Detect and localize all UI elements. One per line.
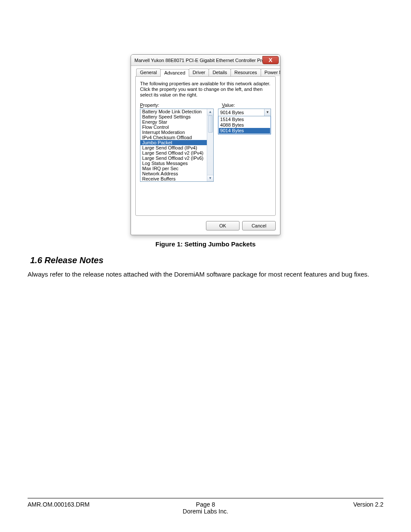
tab-power-management[interactable]: Power Management [261, 68, 280, 76]
property-item[interactable]: Interrupt Moderation [140, 130, 207, 135]
property-item[interactable]: Flow Control [140, 124, 207, 130]
tab-driver[interactable]: Driver [189, 68, 209, 76]
ok-button[interactable]: OK [206, 221, 240, 230]
dialog-body: General Advanced Driver Details Resource… [131, 66, 280, 218]
property-listbox[interactable]: Battery Mode Link Detection Battery Spee… [140, 109, 214, 182]
chevron-up-icon: ▲ [209, 110, 212, 114]
document-page: Marvell Yukon 88E8071 PCI-E Gigabit Ethe… [0, 0, 411, 532]
advanced-description: The following properties are available f… [140, 81, 271, 98]
tab-advanced[interactable]: Advanced [160, 69, 189, 77]
property-item[interactable]: Log Status Messages [140, 161, 207, 166]
property-item[interactable]: Network Address [140, 171, 207, 176]
tab-general[interactable]: General [136, 68, 161, 76]
dialog-button-row: OK Cancel [131, 218, 280, 235]
cancel-button[interactable]: Cancel [242, 221, 276, 230]
footer-company: Doremi Labs Inc. [183, 508, 228, 515]
page-content: Marvell Yukon 88E8071 PCI-E Gigabit Ethe… [28, 24, 383, 498]
value-label: Value: [222, 103, 235, 108]
figure-caption: Figure 1: Setting Jumbo Packets [28, 240, 383, 248]
value-option[interactable]: 1514 Bytes [219, 117, 270, 122]
dialog-title: Marvell Yukon 88E8071 PCI-E Gigabit Ethe… [134, 58, 262, 63]
property-item[interactable]: Battery Mode Link Detection [140, 109, 207, 114]
property-item[interactable]: Large Send Offload v2 (IPv6) [140, 156, 207, 161]
chevron-down-icon: ▼ [266, 110, 269, 114]
value-combo[interactable]: 9014 Bytes ▼ [218, 109, 271, 116]
tab-details[interactable]: Details [209, 68, 231, 76]
dialog-titlebar[interactable]: Marvell Yukon 88E8071 PCI-E Gigabit Ethe… [131, 55, 280, 66]
body-paragraph: Always refer to the release notes attach… [28, 268, 383, 281]
tab-strip: General Advanced Driver Details Resource… [135, 68, 276, 76]
property-item-selected[interactable]: Jumbo Packet [140, 140, 207, 145]
footer-rule [28, 498, 383, 498]
property-label: Property: [140, 103, 218, 108]
value-combo-button[interactable]: ▼ [264, 109, 271, 116]
properties-dialog: Marvell Yukon 88E8071 PCI-E Gigabit Ethe… [131, 54, 280, 235]
field-labels-row: Property: Value: [140, 103, 271, 108]
property-item[interactable]: Max IRQ per Sec [140, 166, 207, 171]
property-item[interactable]: IPv4 Checksum Offload [140, 135, 207, 140]
value-option-selected[interactable]: 9014 Bytes [219, 128, 270, 134]
scroll-down-button[interactable]: ▼ [207, 175, 213, 181]
footer-left: AMR.OM.000163.DRM [28, 501, 183, 508]
footer-page-number: Page 8 [183, 501, 228, 508]
listbox-scrollbar[interactable]: ▲ ▼ [207, 109, 213, 181]
value-option[interactable]: 4088 Bytes [219, 122, 270, 128]
property-item[interactable]: Large Send Offload (IPv4) [140, 145, 207, 150]
tab-panel-advanced: The following properties are available f… [135, 76, 276, 216]
footer-right: Version 2.2 [228, 501, 383, 508]
value-column: 9014 Bytes ▼ 1514 Bytes 4088 Bytes 9014 … [218, 109, 271, 182]
close-icon: X [268, 57, 272, 63]
scroll-up-button[interactable]: ▲ [207, 109, 213, 115]
tab-resources[interactable]: Resources [230, 68, 261, 76]
property-item[interactable]: Large Send Offload v2 (IPv4) [140, 150, 207, 156]
value-combo-text: 9014 Bytes [218, 109, 264, 116]
footer-center: Page 8 Doremi Labs Inc. [183, 501, 228, 515]
section-heading: 1.6 Release Notes [30, 255, 383, 265]
dialog-close-button[interactable]: X [262, 56, 279, 64]
dialog-container: Marvell Yukon 88E8071 PCI-E Gigabit Ethe… [131, 54, 280, 235]
chevron-down-icon: ▼ [209, 176, 212, 180]
property-item[interactable]: Energy Star [140, 119, 207, 124]
property-item[interactable]: Battery Speed Settings [140, 114, 207, 119]
property-item[interactable]: Receive Buffers [140, 176, 207, 181]
scroll-thumb[interactable] [208, 115, 213, 133]
page-footer: AMR.OM.000163.DRM Page 8 Doremi Labs Inc… [28, 498, 383, 515]
value-combo-dropdown[interactable]: 1514 Bytes 4088 Bytes 9014 Bytes [218, 116, 271, 134]
property-value-row: Battery Mode Link Detection Battery Spee… [140, 109, 271, 182]
